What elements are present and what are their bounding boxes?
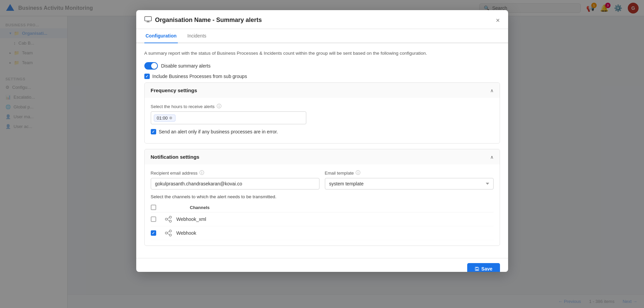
modal-save-button[interactable]: Save [467, 263, 500, 272]
channels-header-checkbox-cell [151, 205, 164, 210]
include-subgroups-checkbox[interactable]: ✓ [144, 74, 150, 79]
checkmark-icon-2: ✓ [152, 130, 155, 134]
svg-point-5 [169, 220, 171, 222]
webhook-xml-icon [164, 215, 172, 223]
checkmark-icon: ✓ [145, 74, 148, 79]
channels-header-label: Channels [164, 205, 494, 210]
notification-section-body: Recipient email address ⓘ Email template… [145, 164, 500, 246]
alert-only-error-label: Send an alert only if any business proce… [159, 129, 278, 134]
disable-alerts-label: Disable summary alerts [161, 63, 211, 69]
tab-incidents[interactable]: Incidents [186, 29, 208, 43]
alert-only-error-row: ✓ Send an alert only if any business pro… [151, 129, 494, 134]
webhook-xml-label: Webhook_xml [176, 216, 494, 222]
svg-point-7 [169, 230, 171, 232]
webhook-icon-cell [164, 229, 176, 237]
webhook-xml-icon-cell [164, 215, 176, 223]
modal-tabs: Configuration Incidents [136, 29, 508, 43]
hours-form-group: Select the hours to receive alerts ⓘ 01:… [151, 103, 494, 124]
disable-alerts-row: Disable summary alerts [144, 62, 500, 70]
frequency-section: Frequency settings ∧ Select the hours to… [144, 82, 500, 144]
channels-select-all-checkbox[interactable] [151, 205, 156, 210]
modal-description: A summary report with the status of Busi… [144, 50, 500, 57]
webhook-xml-checkbox[interactable] [151, 216, 156, 222]
monitor-icon [144, 16, 152, 24]
webhook-checkbox[interactable]: ✓ [151, 230, 156, 236]
channels-header-row: Channels [151, 203, 494, 212]
include-subgroups-row: ✓ Include Business Processes from sub gr… [144, 74, 500, 79]
svg-rect-2 [145, 17, 151, 21]
svg-point-3 [165, 218, 167, 220]
notification-section-title: Notification settings [151, 154, 199, 160]
webhook-icon [164, 229, 172, 237]
save-icon [475, 266, 479, 271]
modal-body: A summary report with the status of Busi… [136, 43, 508, 258]
webhook-label: Webhook [176, 230, 494, 236]
frequency-section-body: Select the hours to receive alerts ⓘ 01:… [145, 98, 500, 143]
recipient-email-input[interactable] [151, 178, 319, 189]
modal-header: Organisation Name - Summary alerts × [136, 10, 508, 29]
webhook-xml-checkbox-cell [151, 216, 164, 222]
hours-tag: 01:00 ⊗ [154, 114, 176, 122]
hours-tag-value: 01:00 [157, 116, 168, 121]
toggle-knob [151, 63, 157, 69]
notification-section-header[interactable]: Notification settings ∧ [145, 149, 500, 164]
svg-rect-9 [476, 269, 478, 271]
recipient-label: Recipient email address ⓘ [151, 170, 319, 176]
modal-overlay: Organisation Name - Summary alerts × Con… [0, 0, 644, 308]
notification-form-row: Recipient email address ⓘ Email template… [151, 170, 494, 189]
svg-point-8 [169, 234, 171, 236]
summary-alerts-modal: Organisation Name - Summary alerts × Con… [136, 10, 508, 272]
notification-chevron-icon: ∧ [490, 154, 494, 160]
frequency-section-title: Frequency settings [151, 87, 197, 93]
modal-footer: Save [136, 258, 508, 272]
frequency-chevron-icon: ∧ [490, 88, 494, 93]
tag-remove-button[interactable]: ⊗ [169, 116, 172, 120]
webhook-checkbox-cell: ✓ [151, 230, 164, 236]
hours-info-icon[interactable]: ⓘ [217, 103, 221, 109]
recipient-form-group: Recipient email address ⓘ [151, 170, 319, 189]
template-info-icon[interactable]: ⓘ [356, 170, 360, 176]
checkmark-icon-3: ✓ [152, 231, 155, 235]
hours-tag-input[interactable]: 01:00 ⊗ [151, 111, 306, 124]
recipient-info-icon[interactable]: ⓘ [199, 170, 204, 176]
save-button-label: Save [481, 266, 493, 272]
svg-point-4 [169, 216, 171, 218]
disable-alerts-toggle[interactable] [144, 62, 158, 70]
email-template-select[interactable]: system template [325, 178, 494, 189]
channels-table: Channels [151, 203, 494, 240]
channel-row-webhook: ✓ Webhook [151, 226, 494, 240]
include-subgroups-label: Include Business Processes from sub grou… [152, 74, 247, 79]
alert-only-error-checkbox[interactable]: ✓ [151, 129, 156, 134]
svg-rect-10 [476, 267, 478, 268]
hours-label: Select the hours to receive alerts ⓘ [151, 103, 494, 109]
tab-configuration[interactable]: Configuration [144, 29, 178, 43]
modal-close-button[interactable]: × [496, 17, 500, 24]
email-template-label: Email template ⓘ [325, 170, 494, 176]
notification-section: Notification settings ∧ Recipient email … [144, 149, 500, 246]
frequency-section-header[interactable]: Frequency settings ∧ [145, 83, 500, 98]
channels-description: Select the channels to which the alert n… [151, 194, 494, 199]
modal-title: Organisation Name - Summary alerts [155, 17, 493, 24]
email-template-form-group: Email template ⓘ system template [325, 170, 494, 189]
svg-point-6 [165, 232, 167, 234]
channel-row-webhook-xml: Webhook_xml [151, 212, 494, 226]
